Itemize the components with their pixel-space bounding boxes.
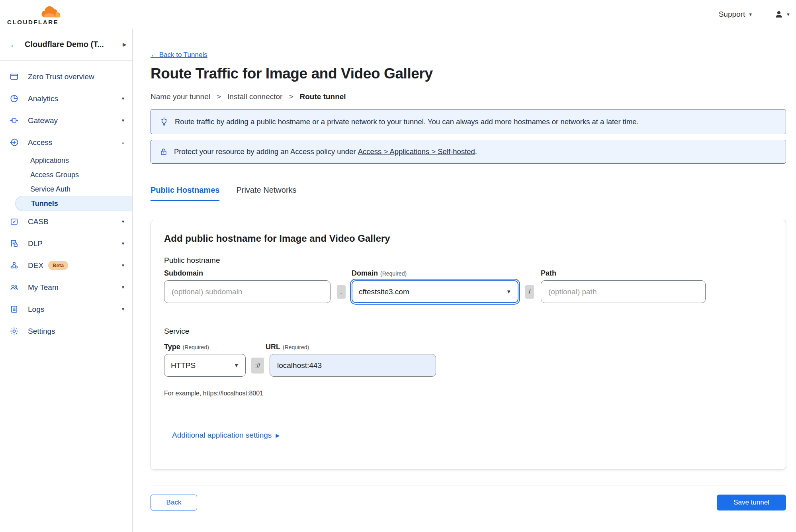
main-content: ← Back to Tunnels Route Traffic for Imag… [133, 29, 796, 532]
sidebar-item-gateway[interactable]: Gateway ▼ [0, 110, 132, 131]
service-field-labels: Type(Required) URL(Required) [164, 343, 773, 351]
access-applications-self-hosted-link[interactable]: Access > Applications > Self-hosted [358, 147, 475, 156]
sidebar: ← Cloudflare Demo (T... ▶ Zero Trust ove… [0, 29, 133, 532]
lock-icon [159, 147, 168, 156]
dex-network-icon [9, 261, 19, 270]
chevron-down-icon: ▼ [121, 263, 125, 268]
lightbulb-icon [159, 117, 169, 127]
sidebar-item-label: Logs [28, 305, 121, 314]
support-label: Support [719, 10, 745, 19]
breadcrumb-step-install-connector[interactable]: Install connector [227, 92, 282, 101]
additional-application-settings-toggle[interactable]: Additional application settings ▶ [164, 431, 773, 440]
chevron-down-icon: ▼ [786, 12, 790, 17]
breadcrumb-step-name-your-tunnel[interactable]: Name your tunnel [151, 92, 210, 101]
banner-text: Protect your resource by adding an Acces… [174, 147, 477, 156]
service-section-label: Service [164, 327, 773, 336]
url-example-hint: For example, https://localhost:8001 [164, 390, 773, 397]
footer-actions: Back Save tunnel [151, 495, 786, 510]
back-to-tunnels-link[interactable]: ← Back to Tunnels [151, 51, 207, 59]
back-arrow-icon[interactable]: ← [10, 39, 18, 50]
chevron-up-icon: ▲ [121, 140, 125, 145]
service-type-value: HTTPS [171, 361, 196, 370]
chevron-down-icon: ▼ [506, 289, 511, 295]
support-menu[interactable]: Support ▼ [719, 10, 753, 19]
tab-public-hostnames[interactable]: Public Hostnames [151, 186, 219, 201]
sidebar-item-access-groups[interactable]: Access Groups [0, 168, 132, 182]
subdomain-input[interactable] [164, 280, 331, 303]
sidebar-item-zero-trust-overview[interactable]: Zero Trust overview [0, 66, 132, 88]
sidebar-item-label: Analytics [28, 94, 121, 103]
url-label: URL(Required) [266, 343, 309, 351]
sidebar-item-label: CASB [28, 217, 121, 226]
sidebar-item-dex[interactable]: DEX Beta ▼ [0, 254, 132, 276]
service-url-input[interactable] [270, 354, 436, 377]
hostname-tabs: Public Hostnames Private Networks [151, 185, 786, 201]
domain-label: Domain(Required) [352, 269, 518, 278]
additional-settings-label: Additional application settings [172, 431, 272, 440]
banner-text: Route traffic by adding a public hostnam… [175, 117, 639, 126]
chevron-down-icon: ▼ [121, 285, 125, 289]
domain-select[interactable]: cftestsite3.com ▼ [352, 280, 518, 303]
sidebar-item-settings[interactable]: Settings [0, 320, 132, 342]
people-icon [9, 283, 19, 292]
card-divider [164, 406, 773, 406]
gateway-icon [9, 116, 19, 125]
chevron-down-icon: ▼ [121, 96, 125, 101]
sidebar-item-label: My Team [28, 283, 121, 292]
sidebar-item-access[interactable]: Access ▲ [0, 131, 132, 153]
sidebar-subitem-label: Applications [30, 156, 69, 165]
sidebar-item-casb[interactable]: CASB ▼ [0, 211, 132, 233]
sidebar-item-label: Zero Trust overview [28, 72, 125, 81]
hostname-field-labels: Subdomain Domain(Required) Path [164, 269, 773, 278]
sidebar-account-header: ← Cloudflare Demo (T... ▶ [0, 29, 132, 61]
required-hint: (Required) [183, 344, 209, 350]
breadcrumb-separator: > [289, 92, 293, 101]
sidebar-nav: Zero Trust overview Analytics ▼ Gateway … [0, 61, 132, 342]
sidebar-item-dlp[interactable]: DLP ▼ [0, 233, 132, 254]
cloudflare-logo[interactable]: CLOUDFLARE [7, 4, 63, 25]
sidebar-item-logs[interactable]: Logs ▼ [0, 298, 132, 320]
sidebar-item-service-auth[interactable]: Service Auth [0, 182, 132, 196]
info-banner-access-policy: Protect your resource by adding an Acces… [151, 140, 786, 164]
sidebar-subitem-label: Tunnels [31, 200, 58, 208]
path-label: Path [541, 269, 706, 278]
scheme-separator: :// [251, 358, 264, 374]
overview-window-icon [9, 72, 19, 81]
logs-document-icon [9, 305, 19, 314]
active-item-pill: Tunnels [15, 196, 132, 211]
cloudflare-zero-trust-app: CLOUDFLARE Support ▼ ▼ ← Cloudflare Demo [0, 0, 796, 532]
sidebar-item-label: Settings [28, 327, 125, 336]
cloudflare-logo-text: CLOUDFLARE [7, 19, 59, 25]
required-hint: (Required) [380, 270, 407, 277]
gear-icon [9, 327, 19, 336]
chevron-down-icon: ▼ [121, 118, 125, 123]
tab-private-networks[interactable]: Private Networks [236, 186, 296, 201]
sidebar-item-label: Gateway [28, 116, 121, 125]
document-lock-icon [9, 239, 19, 248]
required-hint: (Required) [283, 344, 309, 350]
wizard-breadcrumb: Name your tunnel > Install connector > R… [151, 92, 786, 101]
hostname-field-row: . cftestsite3.com ▼ / [164, 280, 773, 303]
sidebar-item-analytics[interactable]: Analytics ▼ [0, 88, 132, 110]
user-account-menu[interactable]: ▼ [774, 10, 790, 19]
sidebar-item-label: Access [28, 138, 121, 147]
dot-separator: . [337, 285, 346, 299]
chevron-down-icon: ▼ [121, 219, 125, 224]
sidebar-item-applications[interactable]: Applications [0, 153, 132, 168]
back-button[interactable]: Back [151, 495, 197, 510]
chevron-right-icon: ▶ [276, 432, 280, 438]
sidebar-item-my-team[interactable]: My Team ▼ [0, 276, 132, 298]
expand-account-icon[interactable]: ▶ [123, 41, 127, 47]
footer-divider [151, 485, 786, 485]
info-banner-route-traffic: Route traffic by adding a public hostnam… [151, 109, 786, 134]
save-tunnel-button[interactable]: Save tunnel [717, 495, 786, 510]
chevron-down-icon: ▼ [234, 362, 239, 368]
sidebar-subitem-label: Access Groups [30, 171, 79, 179]
user-icon [774, 10, 784, 19]
sidebar-item-tunnels-active[interactable]: Tunnels [0, 196, 132, 211]
page-title: Route Traffic for Image and Video Galler… [151, 65, 786, 82]
service-type-select[interactable]: HTTPS ▼ [164, 354, 246, 377]
account-name: Cloudflare Demo (T... [25, 40, 123, 49]
path-input[interactable] [541, 280, 706, 303]
pie-chart-icon [9, 94, 19, 103]
